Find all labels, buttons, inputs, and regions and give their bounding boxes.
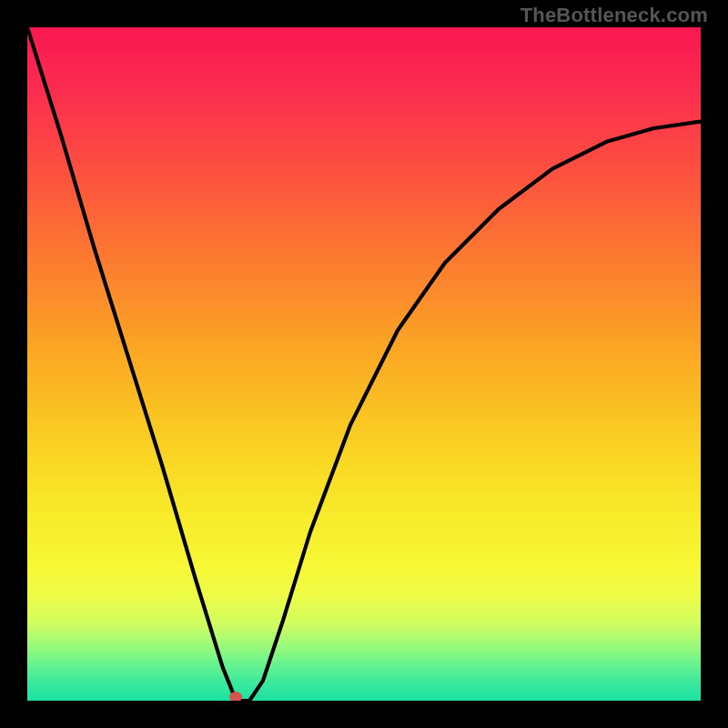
plot-area [27,27,701,701]
bottleneck-curve [27,27,701,701]
watermark-text: TheBottleneck.com [521,4,708,27]
curve-min-marker [229,692,242,701]
chart-frame: TheBottleneck.com [0,0,728,728]
